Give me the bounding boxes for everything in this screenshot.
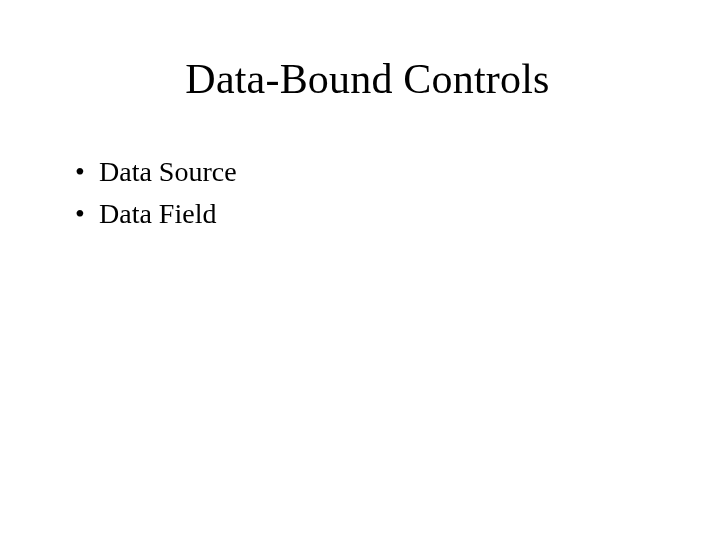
- slide-title: Data-Bound Controls: [75, 55, 660, 103]
- bullet-list: Data Source Data Field: [75, 153, 660, 233]
- bullet-text: Data Source: [99, 156, 237, 187]
- list-item: Data Field: [75, 195, 660, 233]
- list-item: Data Source: [75, 153, 660, 191]
- slide: Data-Bound Controls Data Source Data Fie…: [0, 0, 720, 540]
- bullet-text: Data Field: [99, 198, 216, 229]
